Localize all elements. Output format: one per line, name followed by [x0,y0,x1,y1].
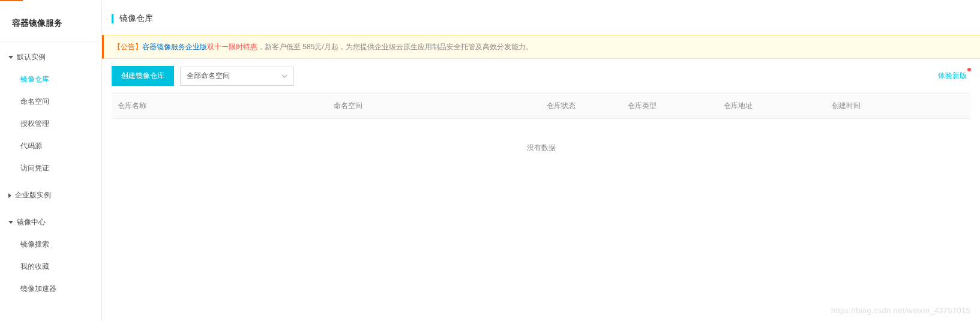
repo-table: 仓库名称 命名空间 仓库状态 仓库类型 仓库地址 创建时间 没有数据 [112,93,970,177]
caret-down-icon [8,56,13,59]
sidebar: 容器镜像服务 默认实例 镜像仓库 命名空间 授权管理 代码源 访问凭证 [0,1,102,321]
notification-dot-icon [967,68,971,71]
sidebar-item-label: 镜像加速器 [20,284,56,293]
notice-link-enterprise[interactable]: 容器镜像服务企业版 [142,43,207,51]
caret-down-icon [8,221,13,224]
caret-right-icon [8,193,11,198]
toolbar: 创建镜像仓库 全部命名空间 体验新版 [102,66,980,93]
chevron-down-icon [281,74,287,78]
notice-rest-text: ，新客户低至 585元/月起，为您提供企业级云原生应用制品安全托管及高效分发能力… [257,43,533,51]
page-header: 镜像仓库 [102,1,980,35]
table-header-row: 仓库名称 命名空间 仓库状态 仓库类型 仓库地址 创建时间 [112,94,970,119]
col-repo-type: 仓库类型 [622,94,718,118]
sidebar-item-code-source[interactable]: 代码源 [0,135,101,157]
notice-sale-text: 双十一限时特惠 [207,43,257,51]
nav-group-enterprise-instance: 企业版实例 [0,184,101,206]
nav-header-label: 企业版实例 [15,190,51,200]
main-content: 镜像仓库 【公告】容器镜像服务企业版双十一限时特惠，新客户低至 585元/月起，… [102,1,980,321]
try-new-version-link[interactable]: 体验新版 [934,68,970,83]
page-title: 镜像仓库 [119,13,153,24]
sidebar-title: 容器镜像服务 [0,13,101,41]
sidebar-item-access-token[interactable]: 访问凭证 [0,157,101,179]
sidebar-item-label: 我的收藏 [20,262,49,271]
sidebar-item-label: 授权管理 [20,119,49,128]
col-repo-addr: 仓库地址 [718,94,826,118]
sidebar-item-namespace[interactable]: 命名空间 [0,91,101,113]
notice-banner: 【公告】容器镜像服务企业版双十一限时特惠，新客户低至 585元/月起，为您提供企… [102,35,980,59]
sidebar-item-image-accelerator[interactable]: 镜像加速器 [0,278,101,300]
layout: 容器镜像服务 默认实例 镜像仓库 命名空间 授权管理 代码源 访问凭证 [0,1,980,321]
sidebar-item-image-search[interactable]: 镜像搜索 [0,233,101,256]
table-empty-text: 没有数据 [112,119,970,177]
nav-group-default-instance: 默认实例 镜像仓库 命名空间 授权管理 代码源 访问凭证 [0,46,101,179]
col-create-time: 创建时间 [826,94,970,118]
nav-group-image-center: 镜像中心 镜像搜索 我的收藏 镜像加速器 [0,211,101,300]
notice-tag: 【公告】 [113,43,142,51]
nav-header-label: 镜像中心 [17,217,46,227]
sidebar-item-label: 镜像搜索 [20,240,49,248]
nav-header-default-instance[interactable]: 默认实例 [0,46,101,68]
sidebar-item-authorization[interactable]: 授权管理 [0,113,101,135]
nav-header-image-center[interactable]: 镜像中心 [0,211,101,233]
sidebar-item-label: 镜像仓库 [20,75,49,83]
sidebar-item-image-repo[interactable]: 镜像仓库 [0,68,101,91]
sidebar-item-my-favorites[interactable]: 我的收藏 [0,256,101,278]
sidebar-item-label: 访问凭证 [20,164,49,172]
sidebar-item-label: 命名空间 [20,97,49,106]
title-accent-bar [112,14,113,23]
watermark-text: https://blog.csdn.net/weixin_43757015 [831,306,970,315]
nav-header-enterprise-instance[interactable]: 企业版实例 [0,184,101,206]
new-version-label: 体验新版 [938,71,967,80]
nav-header-label: 默认实例 [17,52,46,62]
col-repo-name: 仓库名称 [112,94,328,118]
col-repo-status: 仓库状态 [541,94,622,118]
create-repo-button[interactable]: 创建镜像仓库 [112,66,174,86]
namespace-select-value: 全部命名空间 [187,71,230,81]
col-namespace: 命名空间 [328,94,541,118]
sidebar-item-label: 代码源 [20,142,42,150]
namespace-select[interactable]: 全部命名空间 [180,67,294,86]
